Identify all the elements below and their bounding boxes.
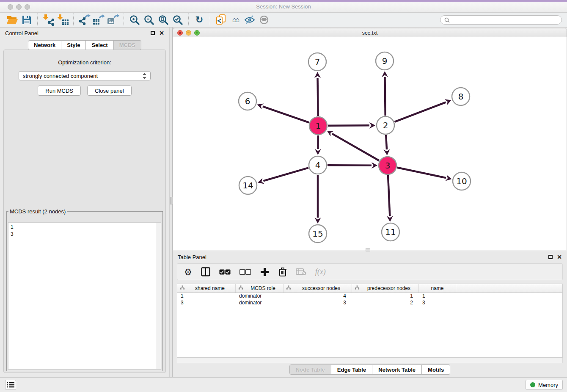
graph-node-4[interactable]: 4: [309, 156, 327, 174]
search-box[interactable]: [440, 15, 562, 25]
control-panel: Control Panel ✕ NetworkStyleSelectMCDS O…: [0, 28, 169, 377]
table-horizontal-scrollbar[interactable]: [177, 358, 563, 363]
table-cell[interactable]: dominator: [236, 300, 284, 306]
graph-node-15[interactable]: 15: [309, 225, 327, 243]
select-all-icon[interactable]: [219, 269, 231, 275]
add-column-icon[interactable]: [260, 267, 270, 277]
panel-splitter[interactable]: [169, 28, 173, 377]
graph-node-8[interactable]: 8: [452, 88, 470, 105]
tab-select[interactable]: Select: [86, 40, 113, 50]
eye-icon[interactable]: [257, 14, 271, 26]
close-table-panel-icon[interactable]: ✕: [557, 254, 562, 260]
memory-label: Memory: [538, 382, 558, 388]
refresh-icon[interactable]: ↻: [192, 14, 206, 26]
graph-edge-3-11[interactable]: [388, 175, 390, 216]
graph-node-1[interactable]: 1: [309, 117, 327, 135]
export-image-icon[interactable]: [106, 14, 120, 26]
import-table-icon[interactable]: [55, 14, 70, 26]
show-columns-icon[interactable]: [201, 267, 210, 276]
graph-edge-1-2[interactable]: [328, 125, 369, 126]
graph-node-2[interactable]: 2: [377, 116, 394, 134]
float-panel-icon[interactable]: [151, 31, 155, 35]
tab-edge-table[interactable]: Edge Table: [331, 364, 372, 375]
tab-network-table[interactable]: Network Table: [372, 364, 422, 375]
session-title: Session: New Session: [0, 3, 567, 10]
graph-node-11[interactable]: 11: [382, 223, 399, 241]
graph-node-9[interactable]: 9: [376, 52, 394, 70]
tab-motifs[interactable]: Motifs: [422, 364, 450, 375]
tab-style[interactable]: Style: [61, 40, 86, 50]
home-icon[interactable]: ⌂⌂: [228, 14, 242, 26]
network-window-titlebar[interactable]: × − + scc.txt: [173, 28, 567, 37]
table-row[interactable]: 3dominator323: [177, 300, 562, 306]
result-line: 3: [11, 231, 159, 238]
memory-button[interactable]: Memory: [526, 380, 563, 390]
import-network-icon[interactable]: [41, 14, 55, 26]
table-cell[interactable]: 3: [177, 300, 236, 306]
table-cell[interactable]: 3: [419, 300, 456, 306]
table-cell[interactable]: 1: [352, 293, 419, 300]
svg-text:1: 1: [316, 121, 321, 131]
zoom-in-icon[interactable]: [127, 14, 142, 26]
close-panel-icon[interactable]: ✕: [159, 30, 164, 36]
graph-edge-4-3[interactable]: [328, 165, 372, 166]
close-panel-button[interactable]: Close panel: [87, 86, 132, 96]
open-file-icon[interactable]: [5, 14, 19, 26]
float-table-panel-icon[interactable]: [548, 255, 553, 259]
toolbar-separator: [124, 14, 124, 26]
table-cell[interactable]: 3: [284, 300, 352, 306]
toolbar-separator: [210, 14, 210, 26]
graph-node-6[interactable]: 6: [239, 92, 256, 110]
graph-node-14[interactable]: 14: [239, 177, 257, 194]
graph-edge-4-14[interactable]: [263, 168, 308, 181]
column-header-successor-nodes[interactable]: successor nodes: [284, 284, 352, 293]
graph-edge-1-6[interactable]: [263, 106, 309, 122]
svg-text:7: 7: [315, 57, 320, 67]
zoom-selected-icon[interactable]: [171, 14, 185, 26]
graph-node-7[interactable]: 7: [308, 53, 326, 71]
network-canvas[interactable]: 7968124314101511: [173, 37, 567, 250]
attribute-icon: [238, 285, 243, 292]
tab-mcds[interactable]: MCDS: [114, 40, 141, 50]
graph-edge-2-8[interactable]: [394, 102, 446, 122]
network-splitter-grip[interactable]: [366, 248, 370, 251]
optimization-criterion-select[interactable]: strongly connected component: [19, 71, 151, 80]
export-network-icon[interactable]: [77, 14, 91, 26]
graph-edge-1-7[interactable]: [318, 78, 318, 116]
mcds-result-area[interactable]: 13: [8, 222, 161, 370]
column-header-predecessor-nodes[interactable]: predecessor nodes: [352, 284, 419, 293]
column-header-name[interactable]: name: [419, 284, 456, 293]
hide-graphics-icon[interactable]: [242, 14, 257, 26]
deselect-all-icon[interactable]: [239, 269, 251, 275]
result-scrollbar[interactable]: [156, 223, 161, 369]
graph-edge-3-10[interactable]: [397, 168, 446, 178]
zoom-out-icon[interactable]: [142, 14, 156, 26]
save-session-icon[interactable]: [19, 14, 34, 26]
table-panel: Table Panel ✕ ⚙ f(x): [173, 251, 567, 377]
table-cell[interactable]: 4: [284, 293, 352, 300]
graph-edge-2-9[interactable]: [385, 77, 385, 116]
copy-network-icon[interactable]: [214, 14, 228, 26]
network-graph: 7968124314101511: [173, 37, 567, 250]
table-cell[interactable]: 1: [419, 293, 456, 300]
table-row[interactable]: 1dominator411: [177, 293, 562, 300]
table-cell[interactable]: dominator: [236, 293, 284, 300]
table-panel-title: Table Panel: [178, 254, 206, 260]
graph-node-10[interactable]: 10: [453, 172, 471, 190]
table-cell[interactable]: 1: [177, 293, 236, 300]
table-settings-icon[interactable]: ⚙: [184, 268, 192, 276]
export-table-icon[interactable]: [91, 14, 106, 26]
delete-column-icon[interactable]: [278, 267, 287, 277]
run-mcds-button[interactable]: Run MCDS: [38, 86, 81, 96]
graph-node-3[interactable]: 3: [379, 157, 396, 174]
column-header-MCDS-role[interactable]: MCDS role: [236, 284, 284, 293]
graph-edge-3-1[interactable]: [332, 134, 379, 161]
column-header-shared-name[interactable]: shared name: [177, 284, 236, 293]
search-input[interactable]: [452, 17, 558, 23]
table-cell[interactable]: 2: [352, 300, 419, 306]
tab-network[interactable]: Network: [28, 40, 61, 50]
zoom-fit-icon[interactable]: [156, 14, 171, 26]
tab-node-table[interactable]: Node Table: [289, 364, 331, 375]
graph-edge-2-3[interactable]: [386, 135, 387, 149]
task-history-button[interactable]: [5, 380, 16, 390]
